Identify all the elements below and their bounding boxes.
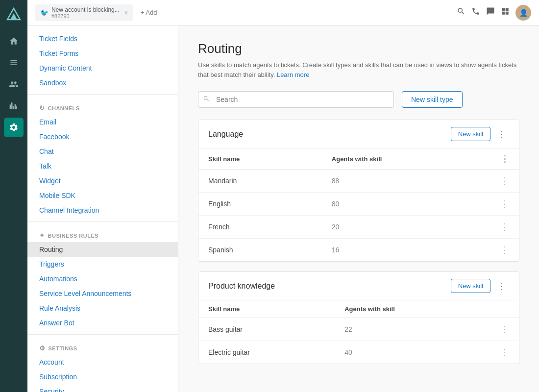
agents-count-cell: 16 — [322, 239, 490, 262]
skill-name-cell: Bass guitar — [198, 318, 335, 341]
business-rules-icon: ✦ — [39, 232, 45, 239]
settings-icon: ⚙ — [39, 344, 46, 352]
language-header-more-icon[interactable]: ⋮ — [500, 154, 509, 164]
skill-row-more-icon[interactable]: ⋮ — [500, 222, 509, 232]
sidebar-item-users[interactable] — [4, 74, 24, 94]
topbar-tab[interactable]: 🐦 New account is blocking... #82790 × — [35, 4, 133, 21]
language-skill-table: Skill name Agents with skill ⋮ Mandarin … — [198, 148, 519, 261]
new-skill-type-button[interactable]: New skill type — [402, 91, 463, 108]
language-col-more-header: ⋮ — [490, 148, 519, 170]
app-logo — [5, 6, 23, 24]
chat-icon[interactable] — [486, 7, 495, 18]
search-input[interactable] — [198, 91, 394, 108]
sidebar-item-ticket-fields[interactable]: Ticket Fields — [27, 31, 178, 46]
skill-row-more-icon[interactable]: ⋮ — [500, 176, 509, 186]
skill-more-cell: ⋮ — [490, 341, 519, 364]
content-area: Routing Use skills to match agents to ti… — [178, 25, 539, 392]
main-layout: Ticket Fields Ticket Forms Dynamic Conte… — [27, 25, 539, 392]
product-knowledge-col-agents: Agents with skill — [335, 300, 490, 318]
settings-section-label: ⚙ SETTINGS — [27, 339, 178, 355]
language-more-button[interactable]: ⋮ — [494, 128, 509, 141]
language-new-skill-button[interactable]: New skill — [451, 127, 490, 141]
language-group-title: Language — [208, 130, 243, 139]
sidebar-item-ticket-forms[interactable]: Ticket Forms — [27, 46, 178, 61]
sidebar-item-talk[interactable]: Talk — [27, 159, 178, 173]
sidebar-item-widget[interactable]: Widget — [27, 173, 178, 188]
skill-name-cell: Electric guitar — [198, 341, 335, 364]
language-group-actions: New skill ⋮ — [451, 127, 509, 141]
skill-row-more-icon[interactable]: ⋮ — [500, 347, 509, 357]
product-knowledge-group-actions: New skill ⋮ — [451, 279, 509, 293]
skill-row-more-icon[interactable]: ⋮ — [500, 199, 509, 209]
skill-name-cell: Mandarin — [198, 170, 322, 193]
agents-count-cell: 20 — [322, 216, 490, 239]
search-icon-inside — [203, 96, 210, 104]
skill-name-cell: English — [198, 193, 322, 216]
sidebar-item-automations[interactable]: Automations — [27, 271, 178, 286]
search-icon[interactable] — [457, 7, 466, 18]
channels-icon: ↻ — [39, 104, 45, 112]
table-row: Bass guitar 22 ⋮ — [198, 318, 519, 341]
channels-section-label: ↻ CHANNELS — [27, 98, 178, 115]
skill-name-cell: French — [198, 216, 322, 239]
sidebar-item-triggers[interactable]: Triggers — [27, 257, 178, 271]
skill-row-more-icon[interactable]: ⋮ — [500, 324, 509, 334]
sidebar-item-service-level[interactable]: Service Level Announcements — [27, 286, 178, 301]
sidebar-item-reports[interactable] — [4, 96, 24, 116]
sidebar-item-home[interactable] — [4, 31, 24, 51]
sidebar-item-channel-integration[interactable]: Channel Integration — [27, 203, 178, 218]
grid-icon[interactable] — [501, 7, 510, 18]
sidebar-item-security[interactable]: Security — [27, 384, 178, 392]
user-avatar[interactable]: 👤 — [515, 5, 531, 21]
sidebar-item-subscription[interactable]: Subscription — [27, 369, 178, 384]
skill-row-more-icon[interactable]: ⋮ — [500, 245, 509, 255]
agents-count-cell: 40 — [335, 341, 490, 364]
table-row: Electric guitar 40 ⋮ — [198, 341, 519, 364]
skill-more-cell: ⋮ — [490, 193, 519, 216]
search-row: New skill type — [198, 91, 519, 108]
table-row: Mandarin 88 ⋮ — [198, 170, 519, 193]
search-box — [198, 91, 394, 108]
sidebar-item-account[interactable]: Account — [27, 355, 178, 369]
page-description: Use skills to match agents to tickets. C… — [198, 60, 519, 79]
sidebar-item-settings[interactable] — [4, 118, 24, 137]
skill-more-cell: ⋮ — [490, 239, 519, 262]
product-knowledge-col-more-header — [490, 300, 519, 318]
sidebar-item-answer-bot[interactable]: Answer Bot — [27, 316, 178, 330]
phone-icon[interactable] — [471, 7, 480, 18]
sidebar-item-mobile-sdk[interactable]: Mobile SDK — [27, 188, 178, 203]
skill-name-cell: Spanish — [198, 239, 322, 262]
business-rules-section-label: ✦ BUSINESS RULES — [27, 226, 178, 242]
product-knowledge-more-button[interactable]: ⋮ — [494, 280, 509, 293]
icon-bar — [0, 0, 27, 392]
sidebar-item-facebook[interactable]: Facebook — [27, 129, 178, 144]
sidebar-item-rule-analysis[interactable]: Rule Analysis — [27, 301, 178, 316]
sidebar-item-tickets[interactable] — [4, 53, 24, 73]
product-knowledge-group-title: Product knowledge — [208, 282, 275, 291]
topbar-tab-title: New account is blocking... — [51, 6, 120, 13]
topbar-icons: 👤 — [457, 5, 531, 21]
language-col-agents: Agents with skill — [322, 148, 490, 170]
product-knowledge-new-skill-button[interactable]: New skill — [451, 279, 490, 293]
learn-more-link[interactable]: Learn more — [277, 71, 309, 78]
sidebar-item-sandbox[interactable]: Sandbox — [27, 75, 178, 90]
twitter-icon: 🐦 — [40, 9, 49, 17]
topbar-tab-close[interactable]: × — [124, 9, 128, 16]
sidebar-item-dynamic-content[interactable]: Dynamic Content — [27, 61, 178, 75]
product-knowledge-group-header: Product knowledge New skill ⋮ — [198, 272, 519, 300]
topbar-add-button[interactable]: + Add — [137, 7, 161, 18]
skill-more-cell: ⋮ — [490, 216, 519, 239]
product-knowledge-skill-table: Skill name Agents with skill Bass guitar… — [198, 300, 519, 364]
sidebar: Ticket Fields Ticket Forms Dynamic Conte… — [27, 25, 178, 392]
product-knowledge-skill-group: Product knowledge New skill ⋮ Skill name… — [198, 271, 519, 364]
topbar-tab-content: New account is blocking... #82790 — [51, 6, 120, 19]
topbar-tab-id: #82790 — [51, 13, 120, 19]
sidebar-item-routing[interactable]: Routing — [27, 242, 178, 257]
sidebar-item-chat[interactable]: Chat — [27, 144, 178, 159]
page-title: Routing — [198, 41, 519, 56]
agents-count-cell: 88 — [322, 170, 490, 193]
table-row: Spanish 16 ⋮ — [198, 239, 519, 262]
sidebar-item-email[interactable]: Email — [27, 115, 178, 129]
skill-more-cell: ⋮ — [490, 318, 519, 341]
product-knowledge-col-skill: Skill name — [198, 300, 335, 318]
